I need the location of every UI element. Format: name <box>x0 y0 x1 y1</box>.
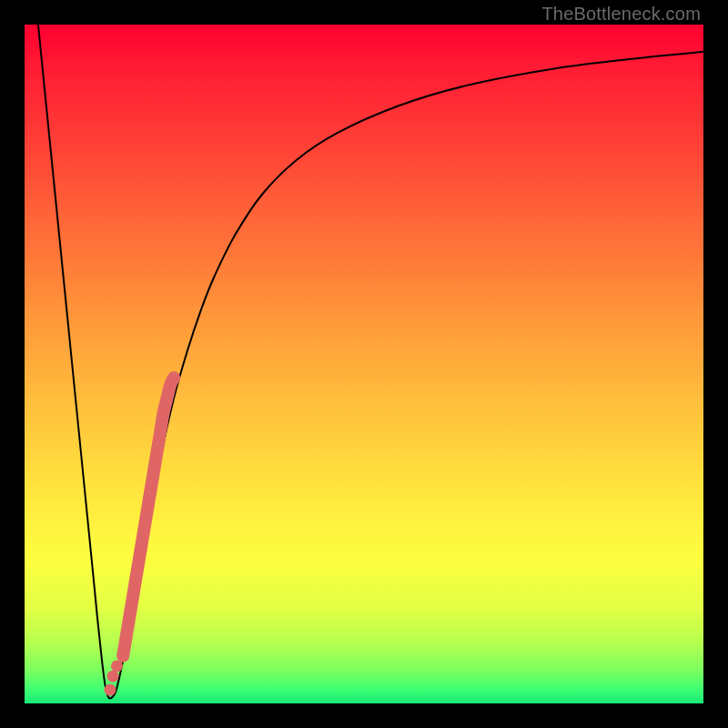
attribution-watermark: TheBottleneck.com <box>541 4 701 25</box>
marker-dot <box>111 660 123 672</box>
marker-dot <box>106 671 118 682</box>
marker-dot <box>104 684 116 696</box>
chart-svg <box>25 25 703 703</box>
highlight-segment <box>123 378 174 656</box>
chart-frame: TheBottleneck.com <box>0 0 728 728</box>
plot-area <box>25 25 703 703</box>
highlight-layer <box>123 378 174 656</box>
